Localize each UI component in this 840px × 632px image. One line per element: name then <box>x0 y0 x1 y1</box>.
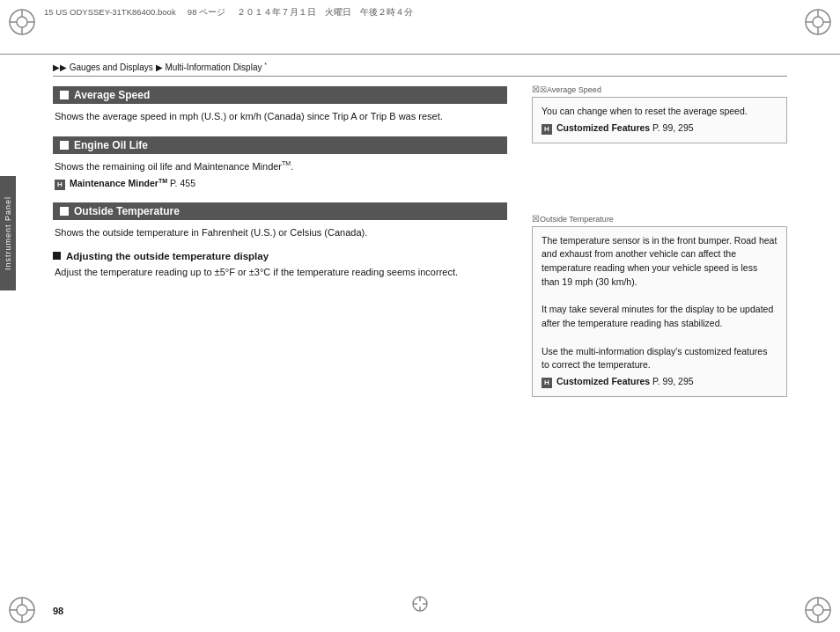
note-outside-temp-text2: It may take several minutes for the disp… <box>542 304 773 328</box>
bottom-center-crosshair <box>409 593 431 616</box>
crossref-text-avg: Customized Features P. 99, 295 <box>556 121 694 136</box>
section-average-speed-title: Average Speed <box>74 89 150 101</box>
engine-oil-crossref: H Maintenance MinderTM P. 455 <box>55 176 195 190</box>
crossref-icon-avg: H <box>542 124 552 135</box>
right-column: ☒☒Average Speed You can change when to r… <box>532 77 787 588</box>
note-avg-speed-label: ☒☒Average Speed <box>532 85 787 94</box>
section-outside-temp-header: Outside Temperature <box>53 202 507 220</box>
note-avg-speed-text: You can change when to reset the average… <box>542 106 748 116</box>
section-outside-temp-title: Outside Temperature <box>74 205 180 217</box>
note-avg-speed-crossref: H Customized Features P. 99, 295 <box>542 121 694 136</box>
breadcrumb-separator: ▶ <box>156 62 163 72</box>
svg-point-13 <box>17 605 27 615</box>
section-outside-temp-body: Shows the outside temperature in Fahrenh… <box>53 225 507 240</box>
crossref-text: Maintenance MinderTM P. 455 <box>70 176 195 190</box>
page-number: 98 <box>53 606 63 616</box>
file-metadata: 15 US ODYSSEY-31TK86400.book 98 ページ ２０１４… <box>44 7 796 18</box>
main-content: Average Speed Shows the average speed in… <box>53 77 787 588</box>
metadata-page: 98 ページ <box>188 7 234 17</box>
corner-decoration-bottom-left <box>4 592 40 628</box>
svg-point-19 <box>813 605 823 615</box>
note-outside-temp-text1: The temperature sensor is in the front b… <box>542 235 777 287</box>
note-outside-temp-text3: Use the multi-information display's cust… <box>542 346 767 371</box>
subsection-adjust-header: Adjusting the outside temperature displa… <box>53 251 507 261</box>
note-avg-speed-box: You can change when to reset the average… <box>532 97 787 143</box>
metadata-date: ２０１４年７月１日 火曜日 午後２時４分 <box>237 7 413 17</box>
subsection-adjust-body: Adjust the temperature reading up to ±5°… <box>53 265 507 280</box>
section-engine-oil-body: Shows the remaining oil life and Mainten… <box>53 159 507 191</box>
subsection-adjust-title: Adjusting the outside temperature displa… <box>66 251 269 261</box>
engine-oil-text: Shows the remaining oil life and Mainten… <box>55 161 293 172</box>
section-square-icon <box>60 91 69 99</box>
average-speed-text: Shows the average speed in mph (U.S.) or… <box>55 111 443 121</box>
note-outside-temp-crossref: H Customized Features P. 99, 295 <box>542 375 694 389</box>
breadcrumb-item2: Multi-Information Display <box>165 62 262 72</box>
instrument-panel-tab: Instrument Panel <box>0 176 16 290</box>
adjust-text: Adjust the temperature reading up to ±5°… <box>55 267 458 277</box>
section-engine-oil-title: Engine Oil Life <box>74 139 148 151</box>
breadcrumb-item1: Gauges and Displays <box>70 62 153 72</box>
metadata-text: 15 US ODYSSEY-31TK86400.book <box>44 7 176 17</box>
section-square-icon <box>60 207 69 216</box>
top-bar: 15 US ODYSSEY-31TK86400.book 98 ページ ２０１４… <box>0 0 840 55</box>
side-tab-label: Instrument Panel <box>4 196 12 270</box>
left-column: Average Speed Shows the average speed in… <box>53 77 516 588</box>
breadcrumb: ▶▶ Gauges and Displays ▶ Multi-Informati… <box>53 55 787 77</box>
section-square-icon <box>60 141 69 150</box>
crossref-text-temp: Customized Features P. 99, 295 <box>556 375 694 389</box>
note-outside-temp-label: ☒Outside Temperature <box>532 214 787 224</box>
corner-decoration-bottom-right <box>800 592 836 628</box>
crossref-icon: H <box>55 180 65 190</box>
breadcrumb-prefix: ▶▶ <box>53 62 67 72</box>
crossref-icon-temp: H <box>542 378 552 388</box>
subsection-square-icon <box>53 252 61 260</box>
section-engine-oil-header: Engine Oil Life <box>53 136 507 154</box>
outside-temp-text: Shows the outside temperature in Fahrenh… <box>55 227 367 238</box>
section-average-speed-body: Shows the average speed in mph (U.S.) or… <box>53 109 507 124</box>
section-average-speed-header: Average Speed <box>53 86 507 104</box>
breadcrumb-asterisk: * <box>264 62 267 68</box>
note-outside-temp-box: The temperature sensor is in the front b… <box>532 226 787 397</box>
